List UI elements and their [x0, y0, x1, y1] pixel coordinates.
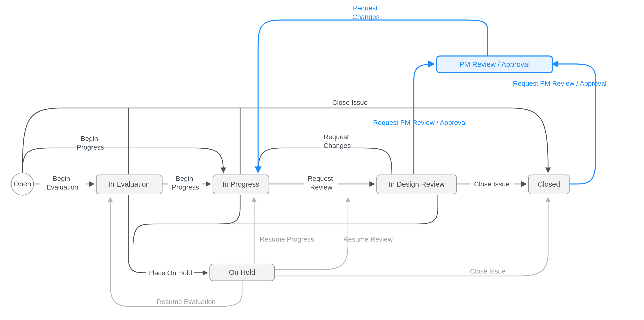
- edge-label-line: Request: [324, 133, 349, 141]
- edge-label-line: Resume Review: [343, 236, 393, 243]
- edge-request-review: Request Review: [269, 175, 374, 191]
- svg-text:Place On Hold: Place On Hold: [148, 269, 192, 277]
- node-open: Open: [11, 173, 34, 195]
- edge-label-line: Review: [310, 184, 333, 191]
- svg-text:Close Issue: Close Issue: [470, 267, 506, 275]
- workflow-diagram: Begin Evaluation Begin Progress Request …: [0, 0, 644, 320]
- edge-label-line: Close Issue: [474, 180, 510, 188]
- svg-text:Begin
      Progress: Begin Progress: [172, 175, 199, 191]
- edge-label-line: Request PM Review / Approval: [373, 119, 466, 126]
- edge-label-line: Resume Progress: [260, 236, 314, 243]
- edge-request-pm-review-closed: Request PM Review / Approval: [513, 64, 606, 184]
- svg-text:Request PM Review / Approval: Request PM Review / Approval: [373, 119, 466, 126]
- svg-text:PM Review / Approval: PM Review / Approval: [459, 60, 530, 68]
- svg-text:Request
      Review: Request Review: [308, 175, 334, 191]
- edge-label-line: Begin: [81, 135, 98, 142]
- edge-label-line: Changes: [352, 13, 380, 21]
- edge-close-issue-main: Close Issue: [457, 180, 526, 188]
- edge-label-line: Close Issue: [332, 99, 368, 106]
- edge-resume-evaluation: Resume Evaluation: [110, 198, 242, 306]
- node-on-hold: On Hold: [210, 264, 274, 281]
- edge-label-line: Begin: [53, 175, 70, 182]
- edge-label-line: Place On Hold: [148, 269, 192, 277]
- node-pm-review: PM Review / Approval: [436, 56, 552, 73]
- svg-text:In Evaluation: In Evaluation: [108, 180, 150, 188]
- svg-text:Begin
      Evaluation: Begin Evaluation: [46, 175, 78, 191]
- edge-resume-progress: Resume Progress: [254, 198, 314, 264]
- svg-text:Close Issue: Close Issue: [474, 180, 510, 188]
- edge-label-line: Request: [308, 175, 333, 182]
- edge-close-issue-hold: Close Issue: [275, 198, 548, 276]
- edge-label-line: Progress: [77, 143, 104, 151]
- svg-text:Resume Evaluation: Resume Evaluation: [157, 298, 216, 305]
- svg-text:Request
      Changes: Request Changes: [324, 133, 351, 149]
- edge-begin-progress-top: Begin Progress: [22, 135, 223, 173]
- node-in-progress: In Progress: [213, 175, 269, 194]
- svg-text:In Design Review: In Design Review: [389, 180, 445, 188]
- edge-request-changes: Request Changes: [258, 133, 392, 174]
- edge-resume-review: Resume Review: [275, 198, 393, 270]
- svg-text:In Progress: In Progress: [223, 180, 260, 188]
- svg-text:Request PM Review / Approval: Request PM Review / Approval: [513, 80, 606, 87]
- edge-label-line: Resume Evaluation: [157, 298, 216, 305]
- svg-text:Closed: Closed: [538, 180, 560, 188]
- edge-request-pm-review: Request PM Review / Approval: [373, 64, 466, 174]
- edge-close-issue-top: Close Issue: [22, 99, 548, 174]
- edge-label-line: Request: [352, 4, 378, 12]
- edge-label-line: Close Issue: [470, 267, 506, 275]
- node-in-evaluation: In Evaluation: [96, 175, 162, 194]
- edge-begin-progress: Begin Progress: [162, 175, 210, 191]
- edge-label-line: Progress: [172, 184, 199, 191]
- svg-text:Begin
      Progress: Begin Progress: [77, 135, 104, 151]
- svg-text:Close Issue: Close Issue: [332, 99, 368, 106]
- edge-begin-evaluation: Begin Evaluation: [34, 175, 94, 191]
- node-in-design-review: In Design Review: [377, 175, 457, 194]
- svg-text:On Hold: On Hold: [229, 268, 255, 276]
- svg-text:Open: Open: [14, 180, 31, 188]
- edge-label-line: Changes: [324, 142, 351, 149]
- svg-text:Resume Review: Resume Review: [343, 236, 393, 243]
- edge-pm-request-changes: Request Changes: [258, 4, 488, 172]
- edge-label-line: Evaluation: [46, 184, 78, 191]
- svg-text:Request
      Changes: Request Changes: [352, 4, 380, 21]
- svg-text:Resume Progress: Resume Progress: [260, 236, 314, 243]
- node-closed: Closed: [528, 175, 569, 194]
- edge-label-line: Begin: [176, 175, 193, 182]
- edge-label-line: Request PM Review / Approval: [513, 80, 606, 87]
